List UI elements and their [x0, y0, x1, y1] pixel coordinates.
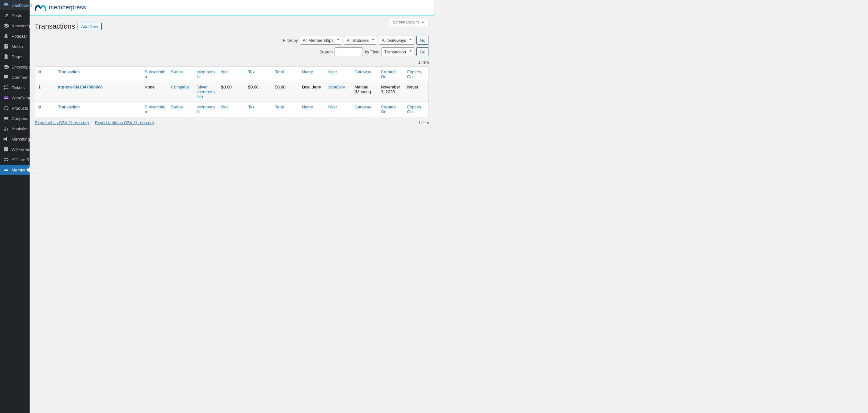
cell-expires: Never	[405, 82, 429, 102]
memberships-filter[interactable]: All Memberships	[300, 36, 342, 45]
sidebar-item-label: MemberPress	[11, 167, 38, 172]
sidebar-item-tickets[interactable]: Tickets	[0, 82, 30, 93]
cell-net: $0.00	[219, 82, 246, 102]
cell-status-link[interactable]: Complete	[171, 85, 189, 89]
filter-go-button[interactable]: Go	[416, 36, 429, 45]
page-body: Screen Options Transactions Add New Filt…	[30, 15, 434, 128]
graduation-icon	[3, 23, 9, 29]
col-name[interactable]: Name	[302, 104, 313, 109]
export-separator: |	[91, 120, 92, 125]
sidebar-item-coupons[interactable]: Coupons	[0, 113, 30, 124]
cell-tax: $0.00	[245, 82, 273, 102]
sidebar-item-affiliate-royale[interactable]: Affiliate Royale	[0, 154, 30, 165]
sidebar-item-knowledge-base[interactable]: Knowledge Base	[0, 21, 30, 31]
cell-total: $0.00	[273, 82, 300, 102]
col-id[interactable]: Id	[38, 104, 41, 109]
export-all-link[interactable]: Export all as CSV (1 records)	[35, 120, 89, 125]
search-go-button[interactable]: Go	[416, 47, 429, 56]
sidebar-item-woocommerce[interactable]: wooWooCommerce	[0, 93, 30, 103]
transactions-table: Id Transaction Subscription Status Membe…	[35, 67, 429, 117]
sidebar-item-analytics[interactable]: Analytics	[0, 124, 30, 134]
col-transaction[interactable]: Transaction	[58, 104, 80, 109]
memberpress-logo: memberpress	[35, 3, 86, 11]
filter-row: Filter by All Memberships All Statuses A…	[35, 36, 429, 45]
col-status[interactable]: Status	[171, 69, 183, 74]
col-subscription[interactable]: Subscription	[145, 104, 165, 114]
sidebar-item-label: Tickets	[11, 85, 25, 90]
item-count-bottom: 1 item	[418, 121, 429, 125]
col-transaction[interactable]: Transaction	[58, 69, 80, 74]
col-name[interactable]: Name	[302, 69, 313, 74]
sidebar-item-memberpress[interactable]: MemberPress	[0, 165, 30, 175]
memberpress-icon	[3, 167, 9, 173]
sidebar-item-marketing[interactable]: Marketing	[0, 134, 30, 144]
search-label: Search	[319, 50, 333, 54]
col-membership[interactable]: Membersh	[197, 69, 215, 79]
megaphone-icon	[3, 136, 9, 142]
sidebar-item-podcast[interactable]: Podcast	[0, 31, 30, 41]
statuses-filter[interactable]: All Statuses	[344, 36, 377, 45]
cell-membership-link[interactable]: Silver membership	[197, 85, 215, 99]
col-id[interactable]: Id	[38, 69, 41, 74]
screen-options-label: Screen Options	[393, 20, 420, 25]
dashboard-icon	[3, 2, 9, 8]
sidebar-item-label: WPForms	[11, 147, 30, 152]
form-icon	[3, 146, 9, 152]
col-total[interactable]: Total	[275, 69, 284, 74]
screen-options-toggle[interactable]: Screen Options	[389, 19, 429, 26]
add-new-button[interactable]: Add New	[78, 23, 102, 30]
by-field-label: by Field	[365, 50, 380, 54]
page-heading-row: Transactions Add New	[35, 22, 429, 31]
logo-text: memberpress	[49, 4, 86, 11]
logo-icon	[35, 3, 46, 11]
sidebar-item-media[interactable]: Media	[0, 41, 30, 52]
sidebar-item-label: Dashboard	[11, 3, 32, 8]
graduation-icon	[3, 64, 9, 70]
cell-transaction-link[interactable]: mp-txn-5fa13475669c6	[58, 85, 103, 89]
cell-user-link[interactable]: JaneDoe	[328, 85, 345, 89]
col-tax[interactable]: Tax	[248, 69, 254, 74]
search-field-select[interactable]: Transaction	[381, 47, 414, 56]
col-user[interactable]: User	[328, 69, 337, 74]
content-area: memberpress Screen Options Transactions …	[30, 0, 434, 128]
link-icon	[3, 157, 9, 162]
col-tax[interactable]: Tax	[248, 104, 254, 109]
col-net[interactable]: Net	[221, 69, 228, 74]
gateways-filter[interactable]: All Gateways	[379, 36, 414, 45]
sidebar-item-pages[interactable]: Pages	[0, 52, 30, 62]
sidebar-item-label: Comments	[11, 75, 32, 80]
col-created[interactable]: Created On	[381, 69, 396, 79]
search-input[interactable]	[335, 47, 363, 56]
col-user[interactable]: User	[328, 104, 337, 109]
sidebar-item-label: Media	[11, 44, 23, 49]
col-created[interactable]: Created On	[381, 104, 396, 114]
sidebar-item-label: WooCommerce	[11, 96, 40, 100]
pages-icon	[3, 54, 9, 60]
col-net[interactable]: Net	[221, 104, 228, 109]
sidebar-item-dashboard[interactable]: Dashboard	[0, 0, 30, 10]
search-row: Search by Field Transaction Go	[35, 47, 429, 56]
sidebar-item-posts[interactable]: Posts	[0, 10, 30, 21]
sidebar-item-products[interactable]: Products	[0, 103, 30, 113]
sidebar-item-label: Analytics	[11, 126, 28, 131]
microphone-icon	[3, 33, 9, 39]
comment-icon	[3, 74, 9, 80]
col-gateway[interactable]: Gateway	[354, 104, 371, 109]
col-membership[interactable]: Membersh	[197, 104, 215, 114]
pin-icon	[3, 12, 9, 18]
table-header-row: Id Transaction Subscription Status Membe…	[35, 67, 429, 82]
sidebar-item-label: Encyclopedia	[11, 65, 36, 69]
sidebar-item-encyclopedia[interactable]: Encyclopedia	[0, 62, 30, 72]
sidebar-item-label: Posts	[11, 13, 22, 18]
sidebar-item-label: Knowledge Base	[11, 24, 43, 28]
sidebar-item-label: Affiliate Royale	[11, 157, 39, 162]
col-status[interactable]: Status	[171, 104, 183, 109]
col-gateway[interactable]: Gateway	[354, 69, 371, 74]
sidebar-item-comments[interactable]: Comments	[0, 72, 30, 82]
col-subscription[interactable]: Subscription	[145, 69, 165, 79]
export-table-link[interactable]: Export table as CSV (1 records)	[95, 120, 154, 125]
sidebar-item-wpforms[interactable]: WPForms	[0, 144, 30, 154]
col-expires[interactable]: Expires On	[407, 69, 421, 79]
col-expires[interactable]: Expires On	[407, 104, 421, 114]
col-total[interactable]: Total	[275, 104, 284, 109]
